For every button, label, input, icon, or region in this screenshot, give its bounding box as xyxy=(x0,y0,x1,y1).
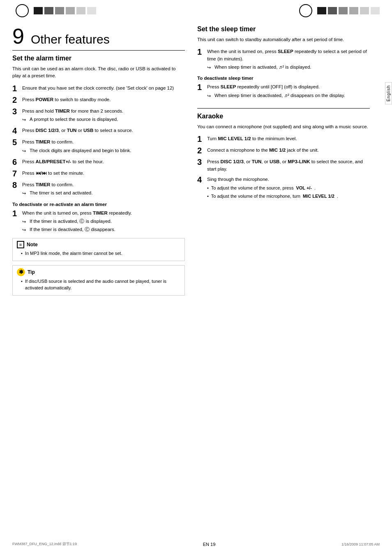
sub-items: ↪ When sleep timer is deactivated, ♬² di… xyxy=(207,92,370,99)
page-number: EN 19 xyxy=(203,542,216,547)
step-content: Sing through the microphone. To adjust t… xyxy=(207,175,370,201)
karaoke-bullets: To adjust the volume of the source, pres… xyxy=(207,185,370,199)
reg-bar xyxy=(371,7,380,14)
section-divider xyxy=(12,50,185,51)
note-icon: ≡ xyxy=(17,241,24,248)
reg-bar xyxy=(55,7,64,14)
reg-bar xyxy=(328,7,337,14)
reg-circle-left xyxy=(16,4,29,17)
step-content: Press TIMER to confirm. ↪ The clock digi… xyxy=(22,138,185,155)
chapter-heading: 9 Other features xyxy=(12,25,185,47)
sub-items: ↪ A prompt to select the source is displ… xyxy=(22,116,185,123)
sub-item: ↪ If the timer is deactivated, Ⓒ disappe… xyxy=(22,226,185,234)
reg-bar xyxy=(44,7,53,14)
step-content: Press and hold TIMER for more than 2 sec… xyxy=(22,107,185,124)
reg-marks-right xyxy=(296,4,380,17)
reg-circle-right xyxy=(299,4,312,17)
step-1: 1 Ensure that you have set the clock cor… xyxy=(12,84,185,93)
sleep-timer-intro: This unit can switch to standby automati… xyxy=(197,36,370,43)
note-list: In MP3 link mode, the alarm timer cannot… xyxy=(21,250,180,257)
sub-item: ↪ When sleep timer is deactivated, ♬² di… xyxy=(207,92,370,99)
step-content: Turn MIC LEVEL 1/2 to the minimum level. xyxy=(207,134,370,142)
step-number: 8 xyxy=(12,180,20,190)
footer-left: FWM387_DFU_ENG_12.indd 節节1:19 xyxy=(12,541,77,547)
arrow-icon: ↪ xyxy=(22,148,28,155)
deactivate-steps: 1 When the unit is turned on, press TIME… xyxy=(12,209,185,234)
step-number: 1 xyxy=(197,134,205,143)
reg-bar xyxy=(34,7,43,14)
alarm-timer-intro: This unit can be used as an alarm clock.… xyxy=(12,65,185,80)
note-box-header: ≡ Note xyxy=(17,241,180,248)
sleep-timer-heading: Set the sleep timer xyxy=(197,25,370,33)
karaoke-step-2: 2 Connect a microphone to the MIC 1/2 ja… xyxy=(197,146,370,155)
sub-items: ↪ If the timer is activated, Ⓒ is displa… xyxy=(22,218,185,233)
step-number: 3 xyxy=(197,157,205,166)
sub-item: ↪ When sleep timer is activated, ♬² is d… xyxy=(207,64,370,71)
sub-text: If the timer is activated, Ⓒ is displaye… xyxy=(30,218,112,225)
tip-box-header: ✱ Tip xyxy=(17,268,180,276)
alarm-timer-heading: Set the alarm timer xyxy=(12,55,185,62)
arrow-icon: ↪ xyxy=(207,64,213,71)
sidebar-language-label: English xyxy=(385,82,392,104)
footer-right: 1/16/2009 11:07:05 AM xyxy=(341,542,380,546)
arrow-icon: ↪ xyxy=(22,218,28,225)
karaoke-step-4: 4 Sing through the microphone. To adjust… xyxy=(197,175,370,201)
step-6: 6 Press ALB/PRESET+/- to set the hour. xyxy=(12,157,185,166)
sub-items: ↪ The clock digits are displayed and beg… xyxy=(22,147,185,155)
sub-text: The clock digits are displayed and begin… xyxy=(30,147,131,154)
sleep-deactivate-step-1: 1 Press SLEEP repeatedly until [OFF] (of… xyxy=(197,83,370,100)
left-column: 9 Other features Set the alarm timer Thi… xyxy=(12,25,185,300)
reg-marks-left xyxy=(12,4,96,17)
step-number: 7 xyxy=(12,169,20,178)
step-number: 6 xyxy=(12,157,20,166)
step-number: 4 xyxy=(12,126,20,135)
sub-text: If the timer is deactivated, Ⓒ disappear… xyxy=(30,226,115,233)
sub-item: ↪ A prompt to select the source is displ… xyxy=(22,116,185,123)
step-content: Connect a microphone to the MIC 1/2 jack… xyxy=(207,146,370,154)
step-content: Press SLEEP repeatedly until [OFF] (off)… xyxy=(207,83,370,100)
karaoke-steps: 1 Turn MIC LEVEL 1/2 to the minimum leve… xyxy=(197,134,370,201)
arrow-icon: ↪ xyxy=(22,227,28,234)
tip-list: If disc/USB source is selected and the a… xyxy=(21,278,180,291)
step-number: 1 xyxy=(12,84,20,93)
step-content: When the unit is turned on, press TIMER … xyxy=(22,209,185,234)
page-header xyxy=(0,0,392,21)
note-box: ≡ Note In MP3 link mode, the alarm timer… xyxy=(12,238,185,261)
sub-text: The timer is set and activated. xyxy=(30,190,92,197)
karaoke-step-1: 1 Turn MIC LEVEL 1/2 to the minimum leve… xyxy=(197,134,370,143)
step-number: 3 xyxy=(12,107,20,116)
step-content: Press DISC 1/2/3, or TUN, or USB, or MP3… xyxy=(207,157,370,173)
page-footer: FWM387_DFU_ENG_12.indd 節节1:19 EN 19 1/16… xyxy=(12,541,380,547)
sub-items: ↪ The timer is set and activated. xyxy=(22,190,185,197)
deactivate-step-1: 1 When the unit is turned on, press TIME… xyxy=(12,209,185,234)
karaoke-step-3: 3 Press DISC 1/2/3, or TUN, or USB, or M… xyxy=(197,157,370,173)
step-2: 2 Press POWER to switch to standby mode. xyxy=(12,95,185,104)
step-number: 1 xyxy=(197,47,205,56)
step-content: When the unit is turned on, press SLEEP … xyxy=(207,47,370,72)
karaoke-heading: Karaoke xyxy=(197,113,370,120)
tip-text: If disc/USB source is selected and the a… xyxy=(25,278,180,291)
reg-bar xyxy=(339,7,348,14)
step-content: Ensure that you have set the clock corre… xyxy=(22,84,185,92)
tip-box: ✱ Tip If disc/USB source is selected and… xyxy=(12,265,185,296)
chapter-title: Other features xyxy=(31,32,110,46)
sub-text: When sleep timer is activated, ♬² is dis… xyxy=(214,64,311,71)
step-3: 3 Press and hold TIMER for more than 2 s… xyxy=(12,107,185,124)
arrow-icon: ↪ xyxy=(22,190,28,197)
sleep-step-1: 1 When the unit is turned on, press SLEE… xyxy=(197,47,370,72)
tip-label: Tip xyxy=(28,268,35,276)
step-7: 7 Press ⏮/⏭ to set the minute. xyxy=(12,169,185,178)
reg-bar xyxy=(360,7,369,14)
note-label: Note xyxy=(27,241,38,248)
chapter-number: 9 xyxy=(12,25,24,47)
step-number: 5 xyxy=(12,138,20,147)
karaoke-intro: You can connect a microphone (not suppli… xyxy=(197,123,370,130)
note-item: In MP3 link mode, the alarm timer cannot… xyxy=(21,250,180,257)
page-body: 9 Other features Set the alarm timer Thi… xyxy=(0,25,392,300)
step-number: 1 xyxy=(197,83,205,92)
bullet-item: To adjust the volume of the source, pres… xyxy=(207,185,370,192)
right-column: Set the sleep timer This unit can switch… xyxy=(197,25,370,300)
step-content: Press DISC 1/2/3, or TUN or USB to selec… xyxy=(22,126,185,134)
sleep-deactivate-steps: 1 Press SLEEP repeatedly until [OFF] (of… xyxy=(197,83,370,100)
sub-item: ↪ The clock digits are displayed and beg… xyxy=(22,147,185,155)
